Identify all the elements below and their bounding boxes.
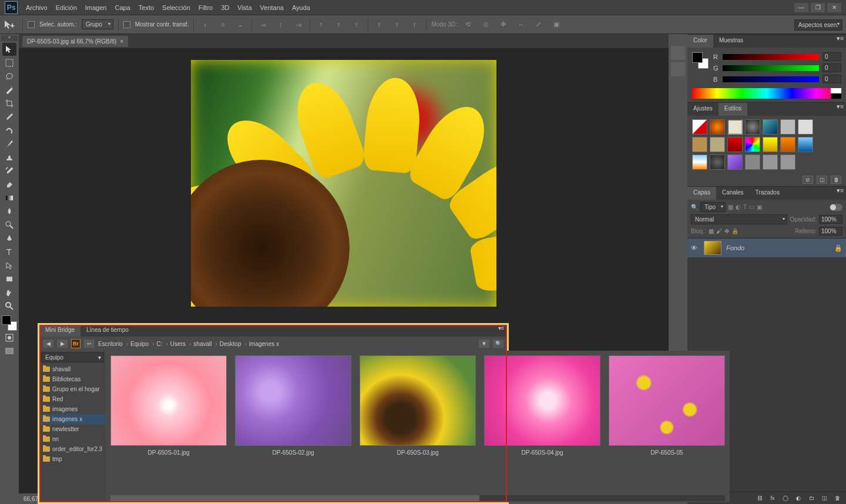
bc-users[interactable]: Users [170,341,191,347]
menu-imagen[interactable]: Imagen [85,4,107,11]
tree-item[interactable]: shavall [39,364,106,374]
tree-item[interactable]: imagenes x [39,414,106,424]
auto-select-checkbox[interactable] [28,21,35,28]
brush-tool[interactable] [2,137,16,150]
bc-desktop[interactable]: Desktop [220,341,247,347]
tab-adjustments[interactable]: Ajustes [687,103,719,116]
filter-toggle[interactable] [830,204,842,211]
auto-select-dropdown[interactable]: Grupo [82,19,113,29]
hand-tool[interactable] [2,286,16,299]
tools-collapse[interactable]: « [1,35,18,41]
menu-edicion[interactable]: Edición [56,4,77,11]
tree-item[interactable]: tmp [39,454,106,464]
color-spectrum[interactable] [692,88,841,99]
healing-brush-tool[interactable] [2,124,16,137]
layer-mask-icon[interactable]: ◯ [780,494,791,502]
b-slider[interactable] [723,76,819,82]
tab-channels[interactable]: Canales [716,187,750,200]
menu-ventana[interactable]: Ventana [260,4,284,11]
pen-tool[interactable] [2,232,16,245]
style-swatch[interactable] [692,119,707,135]
layer-filter-dropdown[interactable]: Tipo [700,202,726,212]
styles-panel-menu-icon[interactable]: ▾≡ [834,103,846,116]
menu-seleccion[interactable]: Selección [162,4,190,11]
lock-pixels-icon[interactable]: 🖌 [716,228,722,234]
new-style-icon[interactable]: ◫ [817,176,827,184]
dodge-tool[interactable] [2,219,16,231]
style-swatch[interactable] [710,154,725,170]
clear-style-icon[interactable]: ⊘ [803,176,813,184]
3d-roll-icon[interactable]: ◎ [479,18,492,31]
menu-vista[interactable]: Vista [237,4,251,11]
path-selection-tool[interactable] [2,259,16,272]
eyedropper-tool[interactable] [2,110,16,123]
g-value[interactable]: 0 [822,63,841,72]
3d-camera-icon[interactable]: ▣ [550,18,563,31]
style-swatch[interactable] [798,119,813,135]
menu-archivo[interactable]: Archivo [26,4,48,11]
tab-styles[interactable]: Estilos [719,103,747,116]
document-tab-close-icon[interactable]: × [120,38,123,45]
align-left-icon[interactable]: ⫤ [257,18,270,31]
menu-filtro[interactable]: Filtro [199,4,213,11]
magic-wand-tool[interactable] [2,83,16,96]
adjustment-layer-icon[interactable]: ◐ [793,494,804,502]
tree-item[interactable]: Bibliotecas [39,374,106,384]
menu-ayuda[interactable]: Ayuda [292,4,310,11]
style-swatch[interactable] [763,119,778,135]
opacity-value[interactable]: 100% [819,215,842,224]
bridge-panel-menu-icon[interactable]: ▾≡ [495,325,507,337]
move-tool-icon[interactable] [4,19,18,30]
zoom-tool[interactable] [2,300,16,313]
link-layers-icon[interactable]: ⛓ [754,494,765,502]
bc-c[interactable]: C: [157,341,168,347]
color-panel-menu-icon[interactable]: ▾≡ [834,35,846,48]
crop-tool[interactable] [2,97,16,110]
layer-style-icon[interactable]: fx [767,494,778,502]
tree-item[interactable]: Grupo en el hogar [39,384,106,394]
distribute-2-icon[interactable]: ⫯ [333,18,345,31]
tab-layers[interactable]: Capas [687,187,716,200]
align-right-icon[interactable]: ⫣ [292,18,305,31]
bc-imagenesx[interactable]: imagenes x [249,341,283,347]
lock-transparent-icon[interactable]: ▦ [709,228,714,234]
tree-item[interactable]: nn [39,434,106,444]
delete-layer-icon[interactable]: 🗑 [832,494,842,502]
eraser-tool[interactable] [2,178,16,191]
r-value[interactable]: 0 [822,52,841,61]
style-swatch[interactable] [727,119,743,135]
distribute-1-icon[interactable]: ⫯ [315,18,328,31]
bc-equipo[interactable]: Equipo [130,341,154,347]
style-swatch[interactable] [692,154,707,170]
3d-rotate-icon[interactable]: ⟲ [462,18,475,31]
tree-item[interactable]: imagenes [39,404,106,414]
layer-thumbnail[interactable] [704,241,721,255]
lock-all-icon[interactable]: 🔒 [731,228,738,234]
marquee-tool[interactable] [2,56,16,69]
clone-stamp-tool[interactable] [2,151,16,164]
style-swatch[interactable] [798,137,813,152]
filter-type-icon[interactable]: T [743,204,747,210]
style-swatch[interactable] [710,137,725,152]
align-bottom-icon[interactable]: ⫠ [234,18,247,31]
distribute-5-icon[interactable]: ⫯ [391,18,404,31]
bridge-filter-icon[interactable]: ▼ [479,340,489,348]
align-top-icon[interactable]: ⫞ [199,18,212,31]
style-swatch[interactable] [745,137,760,152]
distribute-3-icon[interactable]: ⫯ [350,18,363,31]
tab-paths[interactable]: Trazados [750,187,785,200]
style-swatch[interactable] [780,119,795,135]
menu-3d[interactable]: 3D [221,4,229,11]
layer-name[interactable]: Fondo [726,244,744,251]
style-swatch[interactable] [745,119,760,135]
menu-capa[interactable]: Capa [115,4,130,11]
history-panel-icon[interactable] [671,46,685,60]
workspace-preset-dropdown[interactable]: Aspectos esen. [794,19,842,31]
thumbnail-item[interactable]: DP-650S-01.jpg [110,355,227,493]
tree-item[interactable]: Red [39,394,106,404]
b-value[interactable]: 0 [822,75,841,83]
style-swatch[interactable] [745,154,760,170]
bridge-forward-button[interactable]: ▶ [57,340,68,348]
screen-mode-tool[interactable] [2,345,16,358]
style-swatch[interactable] [763,154,778,170]
